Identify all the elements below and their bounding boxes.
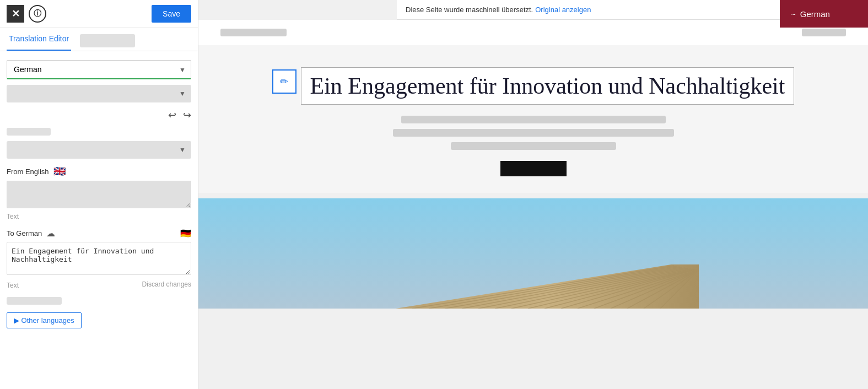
lang-tilde-icon: ~ (791, 9, 796, 19)
preview-top-logo-placeholder (220, 29, 287, 36)
hero-section: ✏ Ein Engagement für Innovation und Nach… (198, 45, 868, 193)
from-english-hint: Text (7, 213, 191, 220)
building-photo-section (198, 198, 868, 309)
hero-description (393, 116, 674, 150)
building-illustration (368, 220, 699, 309)
to-german-label-group: To German ☁ (7, 228, 55, 239)
preview-top-nav-placeholder (802, 29, 846, 36)
dropdown-placeholder[interactable]: ▼ (7, 141, 191, 159)
hero-title-wrapper: ✏ Ein Engagement für Innovation und Nach… (272, 67, 795, 105)
cloud-save-icon[interactable]: ☁ (46, 228, 55, 239)
redo-button[interactable]: ↪ (183, 109, 191, 121)
desc-line-1 (401, 116, 666, 123)
second-dropdown[interactable]: ▼ (7, 85, 191, 102)
original-view-link[interactable]: Original anzeigen (535, 6, 591, 14)
from-english-section: From English 🇬🇧 Text (7, 165, 191, 220)
sidebar-content: German ▼ ▼ ↩ ↪ ▼ (0, 51, 198, 389)
desc-line-3 (451, 142, 616, 150)
bottom-placeholder-bar (7, 297, 62, 305)
language-dropdown-wrapper: German ▼ (7, 60, 191, 79)
tab-inactive[interactable] (80, 34, 135, 47)
language-select[interactable]: German (7, 60, 191, 79)
uk-flag-icon: 🇬🇧 (53, 165, 66, 177)
lang-button-label: German (800, 9, 830, 19)
placeholder-bar-1 (7, 128, 51, 136)
german-flag-icon: 🇩🇪 (180, 228, 191, 239)
info-button[interactable]: ⓘ (29, 5, 46, 23)
hero-cta-button[interactable] (500, 161, 567, 176)
page-preview: ✏ Ein Engagement für Innovation und Nach… (198, 20, 868, 389)
to-german-hint: Text (7, 282, 19, 289)
to-german-footer: Text Discard changes (7, 279, 191, 289)
other-languages-button[interactable]: ▶ Other languages (7, 312, 82, 328)
discard-changes-link[interactable]: Discard changes (142, 280, 191, 288)
desc-line-2 (393, 129, 674, 137)
tab-translation-editor[interactable]: Translation Editor (7, 28, 71, 51)
sidebar-tabs: Translation Editor (0, 28, 198, 51)
to-german-header: To German ☁ 🇩🇪 (7, 228, 191, 239)
to-german-section: To German ☁ 🇩🇪 Ein Engagement für Innova… (7, 228, 191, 289)
edit-icon-box[interactable]: ✏ (272, 69, 296, 94)
pencil-icon: ✏ (280, 75, 288, 88)
preview-top-bar (198, 20, 868, 45)
second-dropdown-wrapper: ▼ (7, 85, 191, 102)
notification-text: Diese Seite wurde maschinell übersetzt. (406, 6, 533, 14)
from-english-label: From English 🇬🇧 (7, 165, 191, 177)
undo-redo-toolbar: ↩ ↪ (7, 109, 191, 121)
lang-button-top[interactable]: ~ German (780, 0, 868, 28)
chevron-down-icon-3: ▼ (179, 146, 186, 154)
close-button[interactable]: ✕ (7, 5, 24, 23)
hero-title: Ein Engagement für Innovation und Nachha… (301, 67, 795, 105)
to-german-textarea[interactable]: Ein Engagement für Innovation und Nachha… (7, 242, 191, 275)
main-content: Diese Seite wurde maschinell übersetzt. … (198, 0, 868, 389)
from-english-textarea[interactable] (7, 181, 191, 208)
undo-button[interactable]: ↩ (168, 109, 176, 121)
chevron-down-icon-2: ▼ (179, 90, 186, 98)
save-button[interactable]: Save (152, 5, 191, 23)
sidebar: ✕ ⓘ Save Translation Editor German ▼ ▼ (0, 0, 198, 389)
sidebar-header: ✕ ⓘ Save (0, 0, 198, 28)
